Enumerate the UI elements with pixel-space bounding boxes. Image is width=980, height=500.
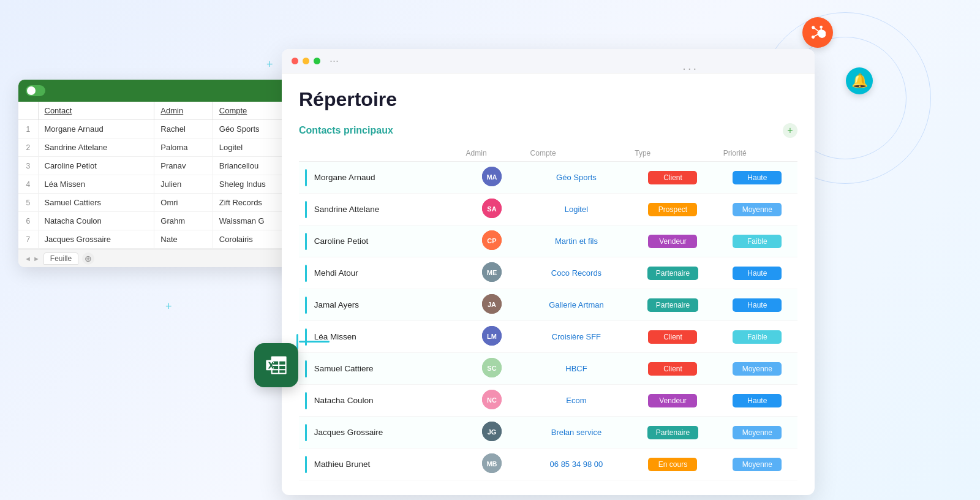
contact-row[interactable]: Jamal Ayers JA Gallerie Artman Partenair… (299, 289, 797, 321)
crm-dot-yellow (303, 58, 309, 64)
contact-admin: ME (460, 257, 524, 289)
col-priorite: Priorité (717, 145, 797, 162)
row-indicator (305, 328, 307, 346)
excel-table-row: 7 Jacques Grossaire Nate Corolairis (18, 230, 300, 249)
contact-row[interactable]: Natacha Coulon NC Ecom Vendeur Haute (299, 385, 797, 417)
bell-icon: 🔔 (846, 67, 873, 94)
type-badge: Partenaire (647, 426, 698, 439)
priorite-badge: Haute (733, 298, 782, 312)
excel-spreadsheet-window: Contact Admin Compte 1 Morgane Arnaud Ra… (18, 80, 300, 267)
contact-priorite: Moyenne (717, 353, 797, 385)
contact-name: Caroline Petiot (299, 225, 460, 257)
excel-table-row: 4 Léa Missen Julien Sheleg Indus (18, 175, 300, 194)
contact-compte[interactable]: HBCF (524, 353, 629, 385)
type-badge: Prospect (648, 203, 697, 216)
contact-compte[interactable]: Ecom (524, 385, 629, 417)
contact-type: Client (628, 353, 717, 385)
contact-name: Morgane Arnaud (299, 162, 460, 194)
row-admin: Grahm (154, 212, 213, 230)
excel-add-sheet[interactable]: ⊕ (82, 252, 94, 265)
compte-link[interactable]: Brelan service (551, 428, 601, 437)
page-title: Répertoire (299, 88, 797, 111)
contact-admin: LM (460, 321, 524, 353)
section-title: Contacts principaux (299, 125, 393, 136)
contact-type: Partenaire (628, 417, 717, 449)
contact-row[interactable]: Morgane Arnaud MA Géo Sports Client Haut… (299, 162, 797, 194)
svg-text:MB: MB (487, 460, 497, 468)
type-badge: Client (648, 330, 697, 344)
contact-name: Samuel Cattiere (299, 353, 460, 385)
row-contact: Sandrine Attelane (38, 138, 154, 157)
col-contact (299, 145, 460, 162)
excel-toggle[interactable] (26, 85, 45, 96)
contact-name: Léa Missen (299, 321, 460, 353)
connector-line (299, 341, 330, 343)
svg-text:NC: NC (487, 396, 497, 404)
contact-row[interactable]: Caroline Petiot CP Martin et fils Vendeu… (299, 225, 797, 257)
crm-dot-green (314, 58, 320, 64)
contact-row[interactable]: Sandrine Attelane SA Logitel Prospect Mo… (299, 194, 797, 225)
excel-col-contact: Contact (38, 102, 154, 120)
svg-text:JG: JG (488, 428, 497, 436)
contact-row[interactable]: Jacques Grossaire JG Brelan service Part… (299, 417, 797, 449)
contact-compte[interactable]: Logitel (524, 194, 629, 225)
compte-link[interactable]: Coco Records (551, 268, 601, 278)
contact-name-text: Natacha Coulon (314, 395, 374, 404)
compte-link[interactable]: Gallerie Artman (549, 300, 604, 309)
priorite-badge: Moyenne (733, 203, 782, 216)
priorite-badge: Faible (733, 330, 782, 344)
contact-admin: NC (460, 385, 524, 417)
contact-priorite: Faible (717, 321, 797, 353)
contact-row[interactable]: Samuel Cattiere SC HBCF Client Moyenne (299, 353, 797, 385)
svg-text:ME: ME (487, 269, 497, 276)
row-num: 2 (18, 138, 38, 157)
contact-compte[interactable]: 06 85 34 98 00 (524, 449, 629, 480)
compte-link[interactable]: 06 85 34 98 00 (550, 460, 603, 469)
priorite-badge: Moyenne (733, 426, 782, 439)
excel-table-row: 5 Samuel Cattiers Omri Zift Records (18, 194, 300, 212)
row-num: 5 (18, 194, 38, 212)
contact-compte[interactable]: Croisière SFF (524, 321, 629, 353)
row-admin: Paloma (154, 138, 213, 157)
excel-footer: ◄ ► Feuille ⊕ (18, 249, 300, 267)
compte-link[interactable]: Martin et fils (555, 237, 598, 246)
priorite-badge: Moyenne (733, 362, 782, 376)
svg-text:SC: SC (487, 365, 496, 372)
svg-text:CP: CP (487, 237, 496, 244)
excel-table-row: 3 Caroline Petiot Pranav Briancellou (18, 157, 300, 175)
crm-more-dots[interactable]: ··· (682, 61, 698, 75)
contact-compte[interactable]: Martin et fils (524, 225, 629, 257)
compte-link[interactable]: HBCF (565, 364, 587, 373)
contact-compte[interactable]: Brelan service (524, 417, 629, 449)
contact-row[interactable]: Mathieu Brunet MB 06 85 34 98 00 En cour… (299, 449, 797, 480)
compte-link[interactable]: Croisière SFF (552, 332, 601, 341)
row-admin: Julien (154, 175, 213, 194)
compte-link[interactable]: Ecom (566, 396, 586, 405)
row-indicator (305, 297, 307, 314)
contact-compte[interactable]: Géo Sports (524, 162, 629, 194)
contact-compte[interactable]: Gallerie Artman (524, 289, 629, 321)
hubspot-icon (802, 17, 833, 48)
row-num: 6 (18, 212, 38, 230)
contact-row[interactable]: Mehdi Atour ME Coco Records Partenaire H… (299, 257, 797, 289)
add-contact-button[interactable]: + (783, 123, 797, 138)
row-contact: Morgane Arnaud (38, 120, 154, 138)
contact-admin: JA (460, 289, 524, 321)
type-badge: En cours (648, 458, 697, 471)
row-num: 1 (18, 120, 38, 138)
contact-admin: MA (460, 162, 524, 194)
contact-row[interactable]: Léa Missen LM Croisière SFF Client Faibl… (299, 321, 797, 353)
row-admin: Pranav (154, 157, 213, 175)
row-contact: Jacques Grossaire (38, 230, 154, 249)
compte-link[interactable]: Géo Sports (556, 173, 597, 182)
deco-plus-1: + (266, 58, 273, 71)
contact-admin: JG (460, 417, 524, 449)
excel-sheet-tab[interactable]: Feuille (43, 252, 78, 265)
contact-name-text: Morgane Arnaud (314, 172, 375, 181)
priorite-badge: Haute (733, 171, 782, 184)
contact-name-text: Samuel Cattiere (314, 363, 374, 373)
contact-compte[interactable]: Coco Records (524, 257, 629, 289)
row-num: 7 (18, 230, 38, 249)
row-admin: Rachel (154, 120, 213, 138)
compte-link[interactable]: Logitel (565, 205, 588, 214)
